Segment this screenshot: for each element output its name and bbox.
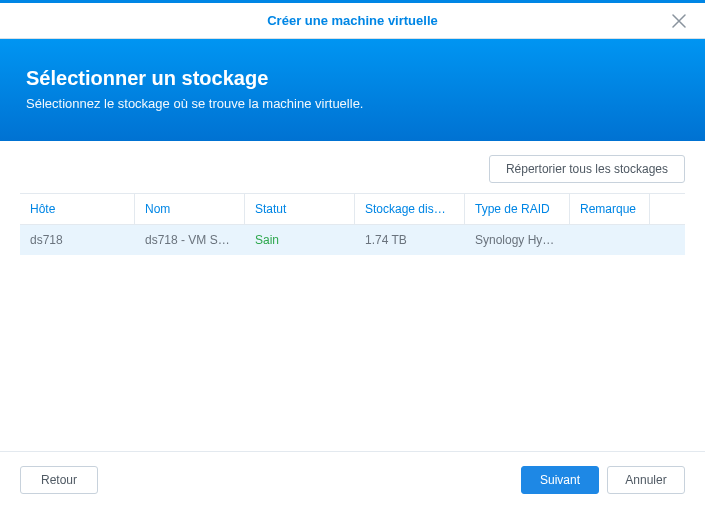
cell-status: Sain xyxy=(245,225,355,255)
col-header-name[interactable]: Nom xyxy=(135,194,245,225)
col-header-host[interactable]: Hôte xyxy=(20,194,135,225)
toolbar: Répertorier tous les stockages xyxy=(20,155,685,183)
col-header-storage[interactable]: Stockage dis… xyxy=(355,194,465,225)
banner-subheading: Sélectionnez le stockage où se trouve la… xyxy=(26,96,679,111)
cancel-button[interactable]: Annuler xyxy=(607,466,685,494)
banner-heading: Sélectionner un stockage xyxy=(26,67,679,90)
col-header-raid[interactable]: Type de RAID xyxy=(465,194,570,225)
table-header: Hôte Nom Statut Stockage dis… Type de RA… xyxy=(20,194,685,225)
dialog-title: Créer une machine virtuelle xyxy=(267,13,438,28)
cell-remark xyxy=(570,225,650,255)
next-button[interactable]: Suivant xyxy=(521,466,599,494)
step-banner: Sélectionner un stockage Sélectionnez le… xyxy=(0,39,705,141)
cell-storage: 1.74 TB xyxy=(355,225,465,255)
content-area: Répertorier tous les stockages Hôte Nom … xyxy=(0,141,705,451)
dialog-footer: Retour Suivant Annuler xyxy=(0,451,705,507)
back-button[interactable]: Retour xyxy=(20,466,98,494)
close-button[interactable] xyxy=(661,3,697,39)
cell-raid: Synology Hy… xyxy=(465,225,570,255)
table-row[interactable]: ds718 ds718 - VM S… Sain 1.74 TB Synolog… xyxy=(20,225,685,255)
col-header-pad xyxy=(650,194,685,225)
cell-host: ds718 xyxy=(20,225,135,255)
col-header-status[interactable]: Statut xyxy=(245,194,355,225)
close-icon xyxy=(672,14,686,28)
storage-table: Hôte Nom Statut Stockage dis… Type de RA… xyxy=(20,193,685,451)
cell-pad xyxy=(650,225,685,255)
list-all-storages-button[interactable]: Répertorier tous les stockages xyxy=(489,155,685,183)
cell-name: ds718 - VM S… xyxy=(135,225,245,255)
create-vm-dialog: Créer une machine virtuelle Sélectionner… xyxy=(0,0,705,507)
titlebar: Créer une machine virtuelle xyxy=(0,3,705,39)
col-header-remark[interactable]: Remarque xyxy=(570,194,650,225)
